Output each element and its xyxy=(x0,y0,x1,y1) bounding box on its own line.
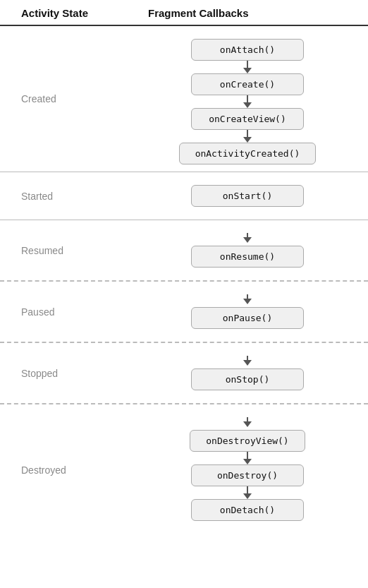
callback-onPause: onPause() xyxy=(191,307,304,329)
section-destroyed: Destroyed onDestroyView() onDestroy() on… xyxy=(0,404,368,535)
section-paused: Paused onPause() xyxy=(0,282,368,342)
state-label-started: Started xyxy=(0,191,141,202)
state-label-paused: Paused xyxy=(0,306,141,318)
arrow-pre-resume xyxy=(243,233,252,243)
callbacks-col-started: onStart() xyxy=(141,172,368,220)
arrow-pre-destroy xyxy=(243,417,252,427)
section-started: Started onStart() xyxy=(0,172,368,220)
arrow-3 xyxy=(243,130,252,143)
section-created: Created onAttach() onCreate() onCreateVi… xyxy=(0,26,368,172)
callback-onDetach: onDetach() xyxy=(191,499,304,521)
state-label-created: Created xyxy=(0,93,141,104)
state-label-stopped: Stopped xyxy=(0,368,141,379)
callbacks-col-destroyed: onDestroyView() onDestroy() onDetach() xyxy=(141,404,368,535)
callbacks-col-stopped: onStop() xyxy=(141,343,368,403)
state-label-destroyed: Destroyed xyxy=(0,464,141,476)
callback-onCreateView: onCreateView() xyxy=(191,108,304,130)
callback-onCreate: onCreate() xyxy=(191,73,304,95)
section-resumed: Resumed onResume() xyxy=(0,220,368,280)
state-label-resumed: Resumed xyxy=(0,245,141,256)
arrow-2 xyxy=(243,95,252,108)
arrow-pre-pause xyxy=(243,294,252,304)
callback-onResume: onResume() xyxy=(191,246,304,268)
callback-onDestroy: onDestroy() xyxy=(191,464,304,486)
callbacks-col-paused: onPause() xyxy=(141,282,368,342)
callbacks-col-created: onAttach() onCreate() onCreateView() onA… xyxy=(141,26,368,172)
callbacks-col-resumed: onResume() xyxy=(141,220,368,280)
col-state-header: Activity State xyxy=(0,7,141,19)
callback-onActivityCreated: onActivityCreated() xyxy=(179,143,317,164)
arrow-destroy-1 xyxy=(243,452,252,464)
header-row: Activity State Fragment Callbacks xyxy=(0,0,368,26)
arrow-1 xyxy=(243,61,252,73)
callback-onStart: onStart() xyxy=(191,185,304,207)
arrow-destroy-2 xyxy=(243,486,252,499)
section-stopped: Stopped onStop() xyxy=(0,343,368,403)
callback-onStop: onStop() xyxy=(191,368,304,390)
callback-onAttach: onAttach() xyxy=(191,39,304,61)
callback-onDestroyView: onDestroyView() xyxy=(190,430,305,452)
arrow-pre-stop xyxy=(243,356,252,366)
col-callbacks-header: Fragment Callbacks xyxy=(141,7,368,19)
diagram-container: Activity State Fragment Callbacks Create… xyxy=(0,0,368,535)
